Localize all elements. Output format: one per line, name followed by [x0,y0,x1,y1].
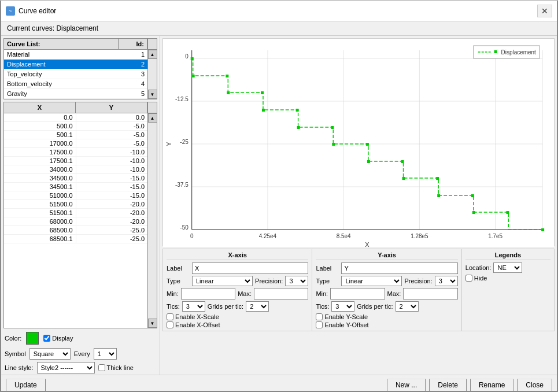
y-minmax-row: Min: Max: [316,288,457,299]
table-row: 0.00.0 [4,113,147,122]
y-min-label: Min: [316,290,328,297]
thick-line-checkbox[interactable] [98,364,105,371]
every-select[interactable]: 1235 [94,348,117,360]
curve-list-items: Material1Displacement2Top_velocity3Botto… [4,50,147,99]
color-picker[interactable] [26,332,39,345]
svg-rect-28 [226,75,228,77]
x-grids-select[interactable]: 1234 [246,301,269,312]
y-offset-label: Enable Y-Offset [324,321,368,328]
symbol-select[interactable]: SquareCircleTriangleDiamond [29,348,71,360]
curve-list-item[interactable]: Material1 [4,50,147,60]
x-type-row: Type LinearLog Precision: 12345 [167,276,308,286]
x-scale-label: Enable X-Scale [175,313,219,320]
table-row: 51500.0-20.0 [4,200,147,209]
current-curves-value: Displacement [56,24,98,32]
svg-rect-39 [402,177,405,180]
display-checkbox-label[interactable]: Display [43,335,73,342]
delete-button[interactable]: Delete [429,379,467,391]
x-offset-checkbox[interactable] [167,321,173,328]
chart-svg: 0 -12.5 -25 -37.5 -50 0 4.25e4 8.5e4 1.2… [163,39,554,247]
table-scroll-up-button[interactable]: ▲ [148,113,157,123]
y-label-label: Label [316,265,339,272]
thick-line-label: Thick line [107,364,134,371]
table-scroll-container: 0.00.0500.0-5.0500.1-5.017000.0-5.017500… [4,113,157,328]
y-offset-checkbox[interactable] [316,321,323,328]
legends-location-label: Location: [465,264,492,271]
close-window-button[interactable]: ✕ [537,5,552,17]
table-row: 51000.0-15.0 [4,191,147,200]
y-tics-label: Tics: [316,303,329,310]
x-tics-row: Tics: 12345 Grids per tic: 1234 [167,301,308,312]
y-tics-row: Tics: 12345 Grids per tic: 1234 [316,301,457,312]
x-max-input[interactable] [254,288,308,299]
x-tics-label: Tics: [167,303,180,310]
table-row: 34500.0-15.0 [4,174,147,183]
curve-list-scroll-container: Material1Displacement2Top_velocity3Botto… [4,50,157,99]
y-min-input[interactable] [330,288,385,299]
x-type-label: Type [167,278,190,284]
svg-rect-26 [191,57,194,60]
table-row: 68500.0-25.0 [4,226,147,235]
close-button[interactable]: Close [517,379,552,391]
svg-text:1.7e5: 1.7e5 [488,233,502,239]
x-label-input[interactable] [192,262,308,274]
table-row: 34500.1-15.0 [4,183,147,191]
y-precision-select[interactable]: 12345 [435,276,458,286]
y-label-input[interactable] [341,262,457,274]
line-style-label: Line style: [5,364,34,371]
svg-rect-35 [332,143,335,146]
thick-line-checkbox-label[interactable]: Thick line [98,364,134,371]
svg-text:Displacement: Displacement [501,49,536,56]
x-axis-section: X-axis Label Type LinearLog Precision: 1… [163,249,312,331]
table-row: 17500.0-10.0 [4,148,147,157]
legends-title: Legends [465,252,550,260]
svg-rect-38 [401,160,404,163]
x-scale-row: Enable X-Scale [167,313,308,320]
legends-location-select[interactable]: NENWSESWNSEW [493,262,522,273]
table-row: 34000.0-10.0 [4,165,147,174]
x-type-select[interactable]: LinearLog [192,276,253,286]
x-precision-select[interactable]: 12345 [285,276,308,286]
y-grids-select[interactable]: 1234 [396,301,419,312]
x-min-input[interactable] [181,288,235,299]
legends-hide-label: Hide [474,275,487,282]
curve-list-item[interactable]: Gravity5 [4,89,147,99]
x-label-row: Label [167,262,308,274]
svg-text:-37.5: -37.5 [175,182,189,188]
curve-list-item[interactable]: Displacement2 [4,60,147,69]
svg-rect-45 [541,228,544,231]
y-max-input[interactable] [403,288,457,299]
y-type-select[interactable]: LinearLog [341,276,402,286]
svg-text:Y: Y [165,142,172,146]
new-button[interactable]: New ... [387,379,426,391]
y-axis-title: Y-axis [316,252,457,260]
legends-hide-checkbox[interactable] [465,275,472,282]
y-scale-checkbox[interactable] [316,313,323,320]
rename-button[interactable]: Rename [470,379,513,391]
legends-location-row: Location: NENWSESWNSEW [465,262,550,273]
svg-rect-32 [296,109,299,112]
svg-rect-34 [331,126,334,129]
svg-rect-41 [437,194,440,197]
scroll-down-button[interactable]: ▼ [148,90,157,99]
y-scale-label: Enable Y-Scale [324,313,368,320]
scroll-up-button[interactable]: ▲ [148,50,157,59]
right-panel: 0 -12.5 -25 -37.5 -50 0 4.25e4 8.5e4 1.2… [160,36,557,375]
x-scale-checkbox[interactable] [167,313,173,320]
table-y-header: Y [76,102,147,113]
y-tics-select[interactable]: 12345 [331,301,354,312]
line-style-select[interactable]: Style2 ------Style1 ——Style3 ...... [37,362,95,373]
curve-list-item[interactable]: Bottom_velocity4 [4,79,147,89]
svg-text:0: 0 [190,233,194,239]
symbol-row: Symbol SquareCircleTriangleDiamond Every… [1,347,160,361]
x-tics-select[interactable]: 12345 [182,301,205,312]
axis-controls: X-axis Label Type LinearLog Precision: 1… [162,249,555,331]
display-checkbox[interactable] [43,335,50,342]
update-button[interactable]: Update [6,379,46,391]
curve-list-item[interactable]: Top_velocity3 [4,69,147,79]
curve-list-section: Curve List: Id: Material1Displacement2To… [3,38,157,99]
curve-list-name-header: Curve List: [4,39,119,49]
x-axis-title: X-axis [167,252,308,260]
x-grids-label: Grids per tic: [208,303,243,310]
table-scroll-down-button[interactable]: ▼ [148,319,157,328]
